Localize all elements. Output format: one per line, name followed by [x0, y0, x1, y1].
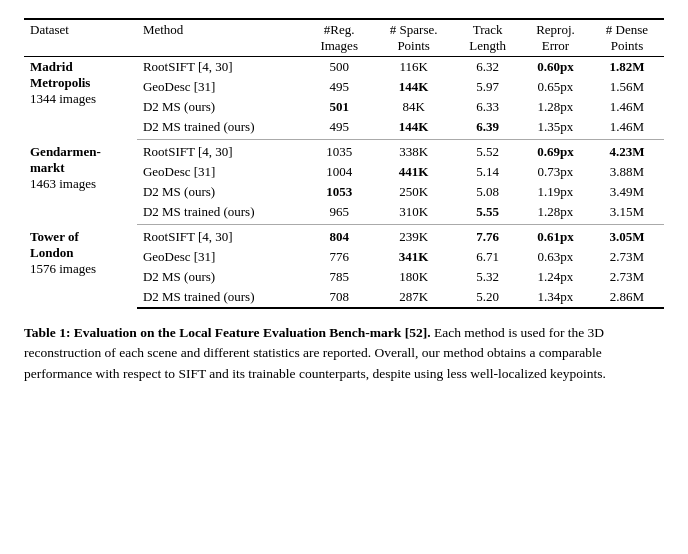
- method-cell: D2 MS trained (ours): [137, 117, 306, 140]
- method-cell: RootSIFT [4, 30]: [137, 57, 306, 78]
- method-cell: GeoDesc [31]: [137, 77, 306, 97]
- track-cell: 6.39: [454, 117, 521, 140]
- dense-cell: 3.15M: [590, 202, 664, 225]
- method-cell: D2 MS trained (ours): [137, 202, 306, 225]
- reproj-cell: 1.35px: [521, 117, 590, 140]
- dense-cell: 2.86M: [590, 287, 664, 308]
- sparse-cell: 116K: [373, 57, 454, 78]
- table-header-row: Dataset Method #Reg.Images # Sparse.Poin…: [24, 19, 664, 57]
- reg-cell: 1035: [305, 140, 373, 163]
- dataset-cell: Tower ofLondon1576 images: [24, 225, 137, 309]
- col-header-dataset: Dataset: [24, 19, 137, 57]
- reproj-cell: 1.28px: [521, 97, 590, 117]
- track-cell: 7.76: [454, 225, 521, 248]
- reproj-cell: 1.28px: [521, 202, 590, 225]
- dataset-cell: MadridMetropolis1344 images: [24, 57, 137, 140]
- caption-bold: Evaluation on the Local Feature Evaluati…: [70, 325, 430, 340]
- col-header-reproj: Reproj.Error: [521, 19, 590, 57]
- sparse-cell: 144K: [373, 77, 454, 97]
- reg-cell: 776: [305, 247, 373, 267]
- table-caption: Table 1: Evaluation on the Local Feature…: [24, 323, 664, 384]
- method-cell: D2 MS (ours): [137, 182, 306, 202]
- track-cell: 5.08: [454, 182, 521, 202]
- reg-cell: 965: [305, 202, 373, 225]
- sparse-cell: 180K: [373, 267, 454, 287]
- reg-cell: 495: [305, 77, 373, 97]
- dense-cell: 3.49M: [590, 182, 664, 202]
- method-cell: RootSIFT [4, 30]: [137, 225, 306, 248]
- dense-cell: 4.23M: [590, 140, 664, 163]
- dense-cell: 2.73M: [590, 247, 664, 267]
- dataset-cell: Gendarmen-markt1463 images: [24, 140, 137, 225]
- reg-cell: 785: [305, 267, 373, 287]
- table-row: MadridMetropolis1344 imagesRootSIFT [4, …: [24, 57, 664, 78]
- method-cell: RootSIFT [4, 30]: [137, 140, 306, 163]
- dense-cell: 3.88M: [590, 162, 664, 182]
- reproj-cell: 0.63px: [521, 247, 590, 267]
- reproj-cell: 0.69px: [521, 140, 590, 163]
- reg-cell: 501: [305, 97, 373, 117]
- reg-cell: 500: [305, 57, 373, 78]
- col-header-method: Method: [137, 19, 306, 57]
- sparse-cell: 84K: [373, 97, 454, 117]
- method-cell: D2 MS (ours): [137, 97, 306, 117]
- method-cell: GeoDesc [31]: [137, 247, 306, 267]
- table-row: Tower ofLondon1576 imagesRootSIFT [4, 30…: [24, 225, 664, 248]
- reg-cell: 804: [305, 225, 373, 248]
- track-cell: 5.52: [454, 140, 521, 163]
- dense-cell: 3.05M: [590, 225, 664, 248]
- sparse-cell: 239K: [373, 225, 454, 248]
- reg-cell: 1053: [305, 182, 373, 202]
- dense-cell: 2.73M: [590, 267, 664, 287]
- track-cell: 5.32: [454, 267, 521, 287]
- dense-cell: 1.46M: [590, 117, 664, 140]
- reproj-cell: 1.34px: [521, 287, 590, 308]
- dense-cell: 1.82M: [590, 57, 664, 78]
- dense-cell: 1.56M: [590, 77, 664, 97]
- track-cell: 6.33: [454, 97, 521, 117]
- col-header-track: TrackLength: [454, 19, 521, 57]
- sparse-cell: 287K: [373, 287, 454, 308]
- sparse-cell: 441K: [373, 162, 454, 182]
- sparse-cell: 338K: [373, 140, 454, 163]
- reproj-cell: 0.61px: [521, 225, 590, 248]
- reproj-cell: 0.60px: [521, 57, 590, 78]
- track-cell: 5.97: [454, 77, 521, 97]
- sparse-cell: 310K: [373, 202, 454, 225]
- caption-label: Table 1:: [24, 325, 70, 340]
- reproj-cell: 1.19px: [521, 182, 590, 202]
- reproj-cell: 0.65px: [521, 77, 590, 97]
- col-header-sparse: # Sparse.Points: [373, 19, 454, 57]
- dense-cell: 1.46M: [590, 97, 664, 117]
- col-header-dense: # DensePoints: [590, 19, 664, 57]
- track-cell: 5.14: [454, 162, 521, 182]
- track-cell: 5.55: [454, 202, 521, 225]
- reg-cell: 708: [305, 287, 373, 308]
- table-row: Gendarmen-markt1463 imagesRootSIFT [4, 3…: [24, 140, 664, 163]
- reproj-cell: 0.73px: [521, 162, 590, 182]
- track-cell: 6.71: [454, 247, 521, 267]
- track-cell: 5.20: [454, 287, 521, 308]
- reproj-cell: 1.24px: [521, 267, 590, 287]
- reg-cell: 495: [305, 117, 373, 140]
- method-cell: GeoDesc [31]: [137, 162, 306, 182]
- sparse-cell: 144K: [373, 117, 454, 140]
- sparse-cell: 341K: [373, 247, 454, 267]
- results-table: Dataset Method #Reg.Images # Sparse.Poin…: [24, 18, 664, 309]
- method-cell: D2 MS trained (ours): [137, 287, 306, 308]
- col-header-reg: #Reg.Images: [305, 19, 373, 57]
- method-cell: D2 MS (ours): [137, 267, 306, 287]
- reg-cell: 1004: [305, 162, 373, 182]
- sparse-cell: 250K: [373, 182, 454, 202]
- track-cell: 6.32: [454, 57, 521, 78]
